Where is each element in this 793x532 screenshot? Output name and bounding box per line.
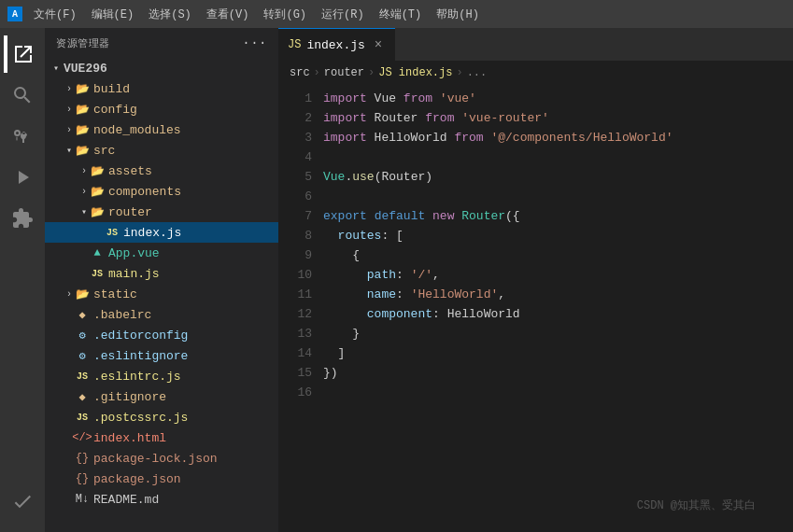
tree-arrow (64, 451, 75, 466)
code-line-7[interactable]: export default new Router({ (323, 206, 778, 226)
tree-arrow (64, 328, 75, 343)
tree-item-package-lock.json[interactable]: {} package-lock.json (45, 448, 278, 469)
tree-item-.babelrc[interactable]: ◆ .babelrc (45, 304, 278, 325)
js-icon: JS (75, 410, 90, 425)
tab-label: index.js (306, 38, 364, 52)
new-file-icon[interactable]: ··· (242, 35, 267, 50)
code-line-14[interactable]: ] (323, 343, 778, 363)
sidebar-title: 资源管理器 (56, 36, 110, 50)
breadcrumb: src › router › JS index.js › ... (278, 61, 793, 85)
code-line-4[interactable] (323, 147, 778, 167)
tree-item-.postcssrc.js[interactable]: JS .postcssrc.js (45, 407, 278, 427)
tree-item-App.vue[interactable]: ▲ App.vue (45, 243, 278, 263)
token: '@/components/HelloWorld' (484, 131, 673, 145)
code-lines[interactable]: import Vue from 'vue'import Router from … (323, 89, 793, 528)
menu-item[interactable]: 查看(V) (206, 7, 249, 22)
token: { (323, 248, 360, 262)
tree-item-index.html[interactable]: </> index.html (45, 427, 278, 448)
tab-index-js[interactable]: JS index.js × (278, 28, 395, 61)
tree-label: index.js (123, 226, 181, 240)
tree-item-package.json[interactable]: {} package.json (45, 469, 278, 489)
tree-item-router[interactable]: ▾ 📂 router (45, 202, 278, 222)
tree-item-.gitignore[interactable]: ◆ .gitignore (45, 386, 278, 407)
code-line-3[interactable]: import HelloWorld from '@/components/Hel… (323, 128, 778, 147)
tree-arrow: › (64, 287, 75, 301)
code-line-1[interactable]: import Vue from 'vue' (323, 89, 778, 108)
explorer-icon[interactable] (4, 35, 41, 73)
menu-item[interactable]: 运行(R) (321, 7, 364, 22)
main-layout: 资源管理器 ··· ▾ VUE296 › 📂 build › 📂 config … (0, 28, 793, 532)
token: import (323, 111, 367, 125)
code-line-10[interactable]: path: '/', (323, 265, 778, 285)
menu-item[interactable]: 编辑(E) (92, 7, 135, 22)
tree-item-static[interactable]: › 📂 static (45, 284, 278, 304)
md-icon: M↓ (75, 492, 90, 507)
sidebar: 资源管理器 ··· ▾ VUE296 › 📂 build › 📂 config … (45, 28, 278, 532)
tree-item-.eslintrc.js[interactable]: JS .eslintrc.js (45, 366, 278, 386)
tree-label: README.md (93, 493, 159, 507)
tree-item-README.md[interactable]: M↓ README.md (45, 489, 278, 510)
test-icon[interactable] (4, 487, 41, 525)
sidebar-actions[interactable]: ··· (242, 35, 267, 50)
tree-item-config[interactable]: › 📂 config (45, 99, 278, 119)
tree-item-build[interactable]: › 📂 build (45, 78, 278, 99)
code-line-5[interactable]: Vue.use(Router) (323, 167, 778, 187)
tree-item-src[interactable]: ▾ 📂 src (45, 140, 278, 161)
code-line-2[interactable]: import Router from 'vue-router' (323, 108, 778, 128)
search-icon[interactable] (4, 77, 41, 114)
js-icon: JS (105, 225, 120, 240)
tree-arrow: › (78, 163, 90, 178)
code-line-12[interactable]: component: HelloWorld (323, 304, 778, 324)
menu-item[interactable]: 选择(S) (149, 7, 191, 22)
token: , (432, 268, 440, 282)
token: '/' (411, 268, 432, 282)
token: : HelloWorld (432, 307, 520, 321)
tree-item-components[interactable]: › 📂 components (45, 181, 278, 202)
tree-label: .editorconfig (93, 329, 188, 343)
app-icon: A (7, 7, 22, 21)
menu-item[interactable]: 文件(F) (34, 7, 77, 22)
code-line-9[interactable]: { (323, 245, 778, 265)
tree-project-root[interactable]: ▾ VUE296 (45, 58, 278, 78)
tree-item-assets[interactable]: › 📂 assets (45, 161, 278, 181)
tree-item-node_modules[interactable]: › 📂 node_modules (45, 119, 278, 140)
tree-item-main.js[interactable]: JS main.js (45, 263, 278, 284)
token: Vue (367, 91, 404, 105)
tree-label: .babelrc (93, 308, 151, 322)
code-line-11[interactable]: name: 'HelloWorld', (323, 285, 778, 304)
token: : (396, 268, 411, 282)
token: from (425, 111, 454, 125)
folder-icon: 📂 (75, 122, 90, 137)
token: 'HelloWorld' (411, 287, 499, 301)
code-line-16[interactable] (323, 383, 778, 402)
menu-bar[interactable]: 文件(F)编辑(E)选择(S)查看(V)转到(G)运行(R)终端(T)帮助(H) (34, 7, 479, 22)
tab-bar: JS index.js × (278, 28, 793, 61)
token (425, 209, 432, 223)
tree-label: src (93, 144, 115, 158)
breadcrumb-file: JS index.js (378, 66, 452, 79)
source-control-icon[interactable] (4, 118, 41, 155)
tree-item-.eslintignore[interactable]: ⚙ .eslintignore (45, 345, 278, 366)
menu-item[interactable]: 转到(G) (263, 7, 306, 22)
token: 'vue' (432, 91, 476, 105)
tree-item-index.js[interactable]: JS index.js (45, 222, 278, 243)
code-line-13[interactable]: } (323, 324, 778, 343)
token: (Router) (375, 170, 432, 184)
folder-icon: 📂 (75, 143, 90, 158)
menu-item[interactable]: 终端(T) (379, 7, 422, 22)
code-line-15[interactable]: }) (323, 363, 778, 383)
extensions-icon[interactable] (4, 200, 41, 237)
menu-item[interactable]: 帮助(H) (436, 7, 479, 22)
code-line-8[interactable]: routes: [ (323, 226, 778, 245)
tree-label: .eslintrc.js (93, 370, 181, 384)
run-icon[interactable] (4, 159, 41, 196)
code-line-6[interactable] (323, 187, 778, 206)
tree-label: .eslintignore (93, 349, 188, 363)
line-num-1: 1 (278, 89, 312, 108)
line-num-15: 15 (278, 363, 312, 383)
tree-item-.editorconfig[interactable]: ⚙ .editorconfig (45, 325, 278, 345)
tree-label: assets (108, 164, 152, 178)
tree-arrow (64, 348, 75, 363)
tree-arrow (64, 307, 75, 322)
tab-close-button[interactable]: × (371, 37, 386, 52)
